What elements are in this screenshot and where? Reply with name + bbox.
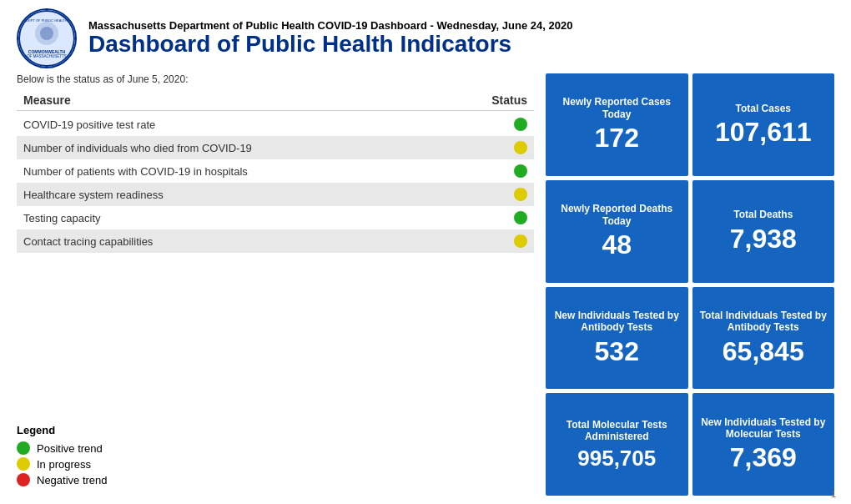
total-deaths-card: Total Deaths 7,938	[692, 180, 835, 283]
left-panel: Below is the status as of June 5, 2020: …	[17, 73, 534, 496]
legend-item-inprogress: In progress	[17, 457, 534, 471]
content: Below is the status as of June 5, 2020: …	[17, 73, 834, 496]
status-dot-yellow	[514, 188, 527, 201]
table-header: Measure Status	[17, 90, 534, 111]
table-row: Number of patients with COVID-19 in hosp…	[17, 159, 534, 183]
measure-label: Number of individuals who died from COVI…	[23, 142, 252, 154]
new-antibody-label: New Individuals Tested by Antibody Tests	[552, 310, 682, 334]
header-title: Dashboard of Public Health Indicators	[88, 32, 834, 58]
total-deaths-label: Total Deaths	[733, 209, 793, 220]
svg-point-2	[40, 27, 53, 40]
col-measure: Measure	[23, 93, 71, 107]
header-text: Massachusetts Department of Public Healt…	[88, 19, 834, 58]
legend-negative-label: Negative trend	[37, 474, 108, 486]
table-row: Contact tracing capabilities	[17, 229, 534, 253]
col-status: Status	[491, 93, 527, 107]
status-dot-green	[514, 211, 527, 224]
header: COMMONWEALTH OF MASSACHUSETTS DEPT OF PU…	[17, 8, 834, 68]
newly-cases-value: 172	[595, 123, 639, 153]
measure-label: COVID-19 positive test rate	[23, 118, 155, 131]
new-molecular-label: New Individuals Tested by Molecular Test…	[699, 416, 828, 441]
status-date: Below is the status as of June 5, 2020:	[17, 73, 534, 85]
measure-label: Contact tracing capabilities	[23, 235, 153, 248]
total-molecular-label: Total Molecular Tests Administered	[552, 419, 682, 443]
header-subtitle: Massachusetts Department of Public Healt…	[88, 19, 834, 32]
total-cases-card: Total Cases 107,611	[692, 73, 835, 176]
legend-section: Legend Positive trend In progress Negati…	[17, 417, 534, 496]
new-antibody-card: New Individuals Tested by Antibody Tests…	[546, 287, 688, 390]
svg-text:DEPT OF PUBLIC HEALTH: DEPT OF PUBLIC HEALTH	[26, 18, 68, 23]
new-antibody-value: 532	[595, 337, 639, 366]
total-cases-value: 107,611	[715, 118, 812, 147]
table-row: Healthcare system readiness	[17, 183, 534, 206]
measures-table: Measure Status COVID-19 positive test ra…	[17, 90, 534, 409]
legend-dot-red	[17, 473, 30, 486]
page: COMMONWEALTH OF MASSACHUSETTS DEPT OF PU…	[0, 0, 851, 504]
measure-label: Number of patients with COVID-19 in hosp…	[23, 165, 248, 178]
newly-cases-label: Newly Reported Cases Today	[552, 96, 682, 120]
legend-title: Legend	[17, 424, 534, 436]
status-dot-yellow	[514, 141, 527, 154]
status-dot-green	[514, 164, 527, 178]
page-number: 1	[831, 489, 836, 499]
new-molecular-card: New Individuals Tested by Molecular Test…	[692, 393, 835, 496]
total-antibody-value: 65,845	[723, 337, 804, 366]
newly-deaths-value: 48	[602, 230, 632, 260]
total-antibody-label: Total Individuals Tested by Antibody Tes…	[699, 310, 828, 334]
newly-cases-card: Newly Reported Cases Today 172	[546, 73, 688, 176]
measure-label: Testing capacity	[23, 212, 101, 224]
newly-deaths-card: Newly Reported Deaths Today 48	[546, 180, 688, 283]
total-molecular-card: Total Molecular Tests Administered 995,7…	[546, 393, 688, 496]
table-row: COVID-19 positive test rate	[17, 113, 534, 136]
newly-deaths-label: Newly Reported Deaths Today	[552, 203, 682, 227]
legend-dot-yellow	[17, 457, 30, 471]
table-row: Testing capacity	[17, 206, 534, 229]
legend-item-positive: Positive trend	[17, 441, 534, 455]
legend-item-negative: Negative trend	[17, 473, 534, 486]
legend-inprogress-label: In progress	[37, 458, 91, 471]
measure-label: Healthcare system readiness	[23, 189, 164, 201]
status-dot-green	[514, 118, 527, 131]
svg-text:OF MASSACHUSETTS: OF MASSACHUSETTS	[27, 54, 67, 58]
legend-dot-green	[17, 441, 30, 455]
right-panel: Newly Reported Cases Today 172 Total Cas…	[546, 73, 834, 496]
total-cases-label: Total Cases	[736, 103, 791, 114]
logo: COMMONWEALTH OF MASSACHUSETTS DEPT OF PU…	[17, 8, 77, 68]
total-deaths-value: 7,938	[730, 224, 797, 254]
new-molecular-value: 7,369	[730, 443, 797, 472]
total-antibody-card: Total Individuals Tested by Antibody Tes…	[692, 287, 835, 390]
total-molecular-value: 995,705	[577, 446, 656, 471]
table-row: Number of individuals who died from COVI…	[17, 136, 534, 159]
legend-positive-label: Positive trend	[37, 442, 103, 455]
status-dot-yellow	[514, 234, 527, 248]
